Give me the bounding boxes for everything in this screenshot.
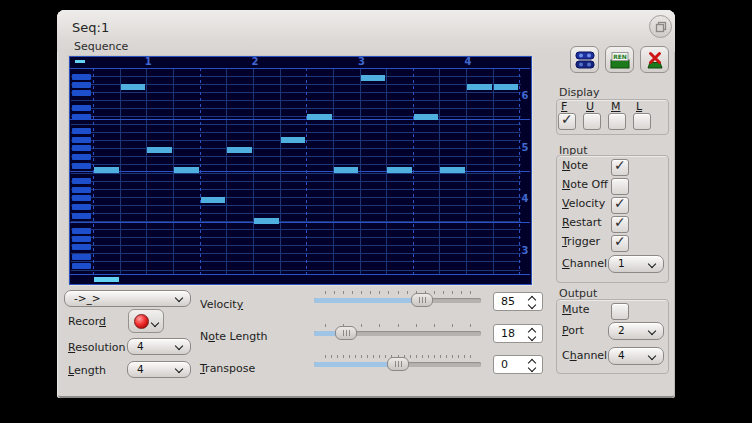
window-title: Seq:1 (72, 20, 109, 35)
slider-tick (407, 291, 408, 294)
note-bar[interactable] (467, 84, 492, 90)
slider-handle[interactable] (387, 357, 409, 371)
grid-row-line (71, 92, 521, 93)
beat-boundary-line (306, 68, 307, 274)
slider-tick (325, 291, 326, 294)
slider-handle[interactable] (411, 293, 433, 307)
octave-line (70, 274, 530, 275)
slider-tick (367, 355, 368, 358)
keyboard-mark (72, 195, 91, 201)
note-bar[interactable] (361, 75, 386, 81)
slider-tick (379, 291, 380, 294)
loop-marker[interactable] (75, 60, 85, 63)
keyboard-mark (72, 178, 91, 184)
trigger-label: Trigger (562, 235, 600, 248)
octave-label: 5 (519, 142, 531, 153)
note-bar[interactable] (147, 147, 172, 153)
keyboard-mark (72, 204, 91, 210)
output-channel-combobox[interactable]: 4 (608, 347, 664, 365)
port-label: Port (562, 324, 584, 337)
slider-tick (398, 324, 399, 327)
restore-window-button[interactable] (649, 15, 672, 38)
delete-icon (645, 51, 665, 69)
chevron-down-icon (648, 260, 656, 268)
note-bar[interactable] (121, 84, 146, 90)
chevron-down-icon (648, 327, 656, 335)
display-u-checkbox[interactable] (583, 113, 601, 130)
note-bar[interactable] (494, 84, 519, 90)
note-length-spinbox[interactable]: 18 (493, 324, 543, 343)
grid-row-line (71, 156, 521, 157)
velocity-slider[interactable] (314, 290, 481, 308)
chevron-down-icon (151, 319, 159, 327)
display-l-checkbox[interactable] (633, 113, 651, 130)
restart-checkbox[interactable] (611, 216, 629, 233)
slider-tick (434, 324, 435, 327)
transpose-slider[interactable] (314, 354, 481, 372)
keyboard-mark (72, 213, 91, 219)
port-combobox[interactable]: 2 (608, 322, 664, 340)
grid-row-line (71, 270, 521, 271)
slider-tick (355, 355, 356, 358)
sequence-display[interactable]: 12346543 (69, 56, 532, 285)
grid-row-line (71, 237, 521, 238)
note-bar[interactable] (201, 197, 226, 203)
note-bar[interactable] (174, 167, 199, 173)
slider-tick (410, 355, 411, 358)
spin-down-icon[interactable] (528, 301, 536, 309)
slider-tick (343, 291, 344, 294)
grid-row-line (71, 148, 521, 149)
grid-row-line (71, 205, 521, 206)
loop-mode-combobox[interactable]: ->_> (64, 290, 191, 307)
duplicate-button[interactable] (570, 46, 599, 73)
slider-tick (379, 324, 380, 327)
beat-label: 2 (245, 56, 265, 67)
mute-checkbox[interactable] (611, 303, 629, 320)
velocity-input-checkbox[interactable] (611, 197, 629, 214)
note-bar[interactable] (307, 114, 332, 120)
input-channel-combobox[interactable]: 1 (608, 255, 664, 273)
keyboard-mark (72, 90, 91, 96)
playback-cursor (94, 277, 119, 282)
duplicate-icon (575, 51, 595, 69)
grid-row-line (71, 124, 521, 125)
display-m-checkbox[interactable] (608, 113, 626, 130)
slider-handle[interactable] (335, 326, 357, 340)
slider-fill (314, 362, 398, 367)
spin-down-icon[interactable] (528, 333, 536, 341)
trigger-checkbox[interactable] (611, 235, 629, 252)
rename-button[interactable]: REN (605, 46, 634, 73)
resolution-combobox[interactable]: 4 (127, 338, 191, 355)
slider-fill (314, 298, 422, 303)
note-bar[interactable] (387, 167, 412, 173)
slider-tick (461, 291, 462, 294)
sequence-group-label: Sequence (74, 40, 128, 53)
slider-tick (349, 355, 350, 358)
keyboard-mark (72, 82, 91, 88)
note-length-slider[interactable] (314, 323, 481, 341)
seq-window: Seq:1 Sequence 12346543 REN (57, 10, 675, 398)
note-off-checkbox[interactable] (611, 178, 629, 195)
slider-tick (352, 291, 353, 294)
transpose-spinbox[interactable]: 0 (493, 355, 543, 374)
display-f-checkbox[interactable] (558, 113, 576, 130)
note-bar[interactable] (440, 167, 465, 173)
length-label: Length (68, 364, 106, 377)
note-bar[interactable] (227, 147, 252, 153)
keyboard-mark (72, 187, 91, 193)
slider-tick (334, 291, 335, 294)
note-checkbox[interactable] (611, 159, 629, 176)
delete-button[interactable] (640, 46, 669, 73)
record-button[interactable] (128, 309, 164, 333)
length-combobox[interactable]: 4 (127, 361, 191, 378)
velocity-spinbox[interactable]: 85 (493, 292, 543, 311)
slider-tick (361, 324, 362, 327)
slider-tick (416, 324, 417, 327)
restart-label: Restart (562, 216, 602, 229)
note-bar[interactable] (414, 114, 439, 120)
note-bar[interactable] (254, 218, 279, 224)
spin-down-icon[interactable] (528, 364, 536, 372)
note-bar[interactable] (281, 137, 306, 143)
note-bar[interactable] (334, 167, 359, 173)
note-bar[interactable] (94, 167, 119, 173)
